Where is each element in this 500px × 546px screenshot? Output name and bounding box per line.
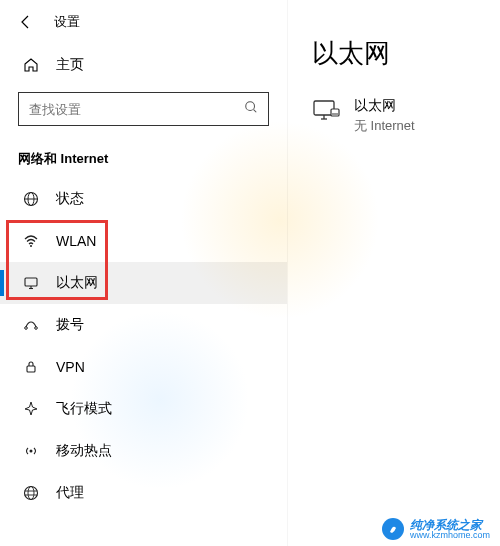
watermark-logo-icon — [382, 518, 404, 540]
svg-rect-6 — [25, 278, 37, 286]
arrow-left-icon — [18, 14, 34, 30]
hotspot-icon — [22, 442, 40, 460]
sidebar-item-airplane[interactable]: 飞行模式 — [0, 388, 287, 430]
search-box[interactable] — [18, 92, 269, 126]
nav-label: VPN — [56, 359, 85, 375]
nav-label: 拨号 — [56, 316, 84, 334]
watermark-url: www.kzmhome.com — [410, 531, 490, 540]
svg-point-9 — [25, 327, 28, 330]
svg-line-1 — [254, 110, 257, 113]
header: 设置 — [0, 0, 287, 40]
sidebar: 设置 主页 网络和 Internet 状态 — [0, 0, 288, 546]
nav-label: 以太网 — [56, 274, 98, 292]
sidebar-item-vpn[interactable]: VPN — [0, 346, 287, 388]
main-content: 以太网 以太网 无 Internet — [288, 0, 500, 546]
proxy-icon — [22, 484, 40, 502]
ethernet-icon — [22, 274, 40, 292]
airplane-icon — [22, 400, 40, 418]
svg-point-10 — [35, 327, 38, 330]
nav-list: 状态 WLAN 以太网 拨号 — [0, 178, 287, 514]
svg-point-16 — [28, 487, 34, 500]
nav-label: 飞行模式 — [56, 400, 112, 418]
connection-status: 无 Internet — [354, 117, 415, 135]
connection-name: 以太网 — [354, 97, 415, 115]
window-title: 设置 — [54, 13, 80, 31]
home-icon — [22, 56, 40, 74]
wifi-icon — [22, 232, 40, 250]
sidebar-item-dialup[interactable]: 拨号 — [0, 304, 287, 346]
sidebar-item-status[interactable]: 状态 — [0, 178, 287, 220]
home-label: 主页 — [56, 56, 84, 74]
watermark: 纯净系统之家 www.kzmhome.com — [382, 518, 490, 540]
svg-point-13 — [25, 487, 38, 500]
sidebar-item-proxy[interactable]: 代理 — [0, 472, 287, 514]
dialup-icon — [22, 316, 40, 334]
nav-label: 代理 — [56, 484, 84, 502]
sidebar-item-ethernet[interactable]: 以太网 — [0, 262, 287, 304]
svg-rect-11 — [27, 366, 35, 372]
svg-point-12 — [30, 450, 33, 453]
nav-label: WLAN — [56, 233, 96, 249]
svg-point-0 — [246, 102, 255, 111]
ethernet-connection-text: 以太网 无 Internet — [354, 97, 415, 135]
sidebar-item-wlan[interactable]: WLAN — [0, 220, 287, 262]
category-title: 网络和 Internet — [0, 138, 287, 178]
globe-icon — [22, 190, 40, 208]
search-input[interactable] — [29, 102, 244, 117]
sidebar-item-hotspot[interactable]: 移动热点 — [0, 430, 287, 472]
svg-point-5 — [30, 245, 32, 247]
watermark-name: 纯净系统之家 — [410, 519, 490, 531]
ethernet-connection-item[interactable]: 以太网 无 Internet — [312, 97, 476, 135]
back-button[interactable] — [16, 12, 36, 32]
nav-label: 状态 — [56, 190, 84, 208]
sidebar-item-home[interactable]: 主页 — [0, 46, 287, 84]
search-icon — [244, 100, 258, 118]
page-title: 以太网 — [312, 36, 476, 71]
nav-label: 移动热点 — [56, 442, 112, 460]
ethernet-icon — [312, 99, 340, 123]
vpn-icon — [22, 358, 40, 376]
